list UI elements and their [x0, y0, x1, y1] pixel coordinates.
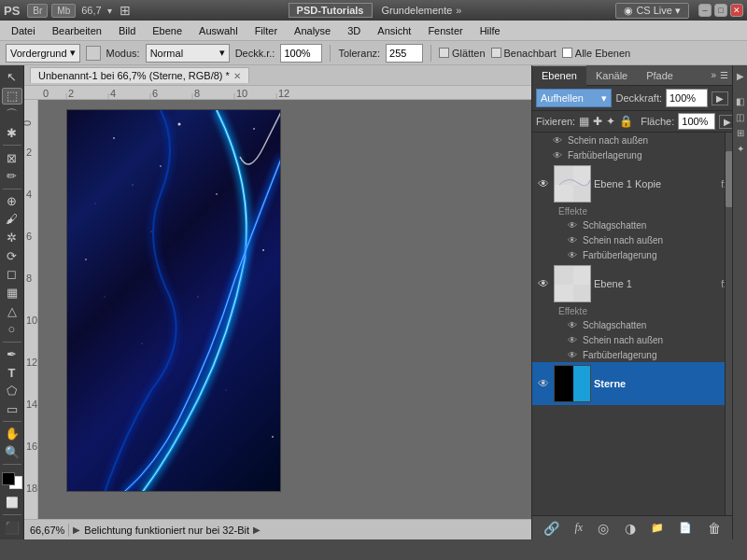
tool-eyedropper[interactable]: ✏ [2, 168, 22, 185]
bridge-btn[interactable]: Br [27, 4, 48, 18]
opacity-more-btn[interactable]: ▶ [712, 91, 728, 105]
blend-mode-dropdown[interactable]: Aufhellen ▾ [536, 89, 612, 107]
add-style-btn[interactable]: fx [571, 521, 586, 535]
panel-collapse-btn[interactable]: ▶ [734, 69, 747, 82]
effect-visibility-schlag-3[interactable]: 👁 [566, 318, 579, 331]
tool-marquee[interactable]: ⬚ [2, 88, 22, 105]
panel-icon-4[interactable]: ✦ [734, 142, 747, 155]
document-canvas[interactable] [66, 109, 281, 492]
tool-select[interactable]: ↖ [2, 69, 22, 86]
modus-dropdown[interactable]: Normal ▾ [146, 44, 230, 63]
new-group-btn[interactable]: 📁 [647, 522, 668, 534]
layer-visibility-sterne[interactable]: 👁 [536, 376, 551, 391]
menu-analyse[interactable]: Analyse [287, 23, 338, 38]
foreground-background-colors[interactable] [2, 472, 22, 489]
zoom-arrow[interactable]: ▾ [107, 6, 112, 16]
tool-pen[interactable]: ✒ [2, 346, 22, 363]
tool-quick-select[interactable]: ✱ [2, 125, 22, 142]
panel-icon-3[interactable]: ⊞ [734, 126, 747, 139]
status-expand-btn[interactable]: ▶ [73, 525, 80, 535]
panel-more-btn[interactable]: » [711, 70, 716, 80]
fix-paint-btn[interactable]: ✚ [593, 115, 602, 128]
fix-all-btn[interactable]: 🔒 [619, 115, 633, 128]
tool-brush[interactable]: 🖌 [2, 211, 22, 228]
delete-layer-btn[interactable]: 🗑 [704, 521, 725, 536]
cs-live-btn[interactable]: ◉ CS Live ▾ [615, 3, 689, 19]
menu-bild[interactable]: Bild [111, 23, 143, 38]
layer-visibility-ebene1[interactable]: 👁 [536, 276, 551, 291]
more-sections-btn[interactable]: » [456, 5, 461, 16]
effect-visibility-schein-3[interactable]: 👁 [566, 333, 579, 346]
effect-visibility-schlag-2[interactable]: 👁 [566, 218, 579, 231]
document-tab[interactable]: Unbenannt-1 bei 66,7% (Sterne, RGB/8) * … [30, 67, 249, 83]
effect-group-2[interactable]: Effekte [532, 205, 732, 217]
tool-clone[interactable]: ✲ [2, 230, 22, 246]
foreground-color[interactable] [2, 472, 15, 485]
maximize-btn[interactable]: □ [714, 4, 727, 17]
new-layer-btn[interactable]: 📄 [675, 522, 696, 534]
menu-filter[interactable]: Filter [247, 23, 285, 38]
glatten-checkbox[interactable] [439, 48, 449, 58]
tool-shape[interactable]: ▭ [2, 401, 22, 418]
effect-schlagschatten-2[interactable]: 👁 Schlagschatten [532, 217, 732, 232]
benachbart-option[interactable]: Benachbart [491, 48, 557, 59]
app-tab[interactable]: PSD-Tutorials [289, 3, 373, 18]
scrollbar-thumb[interactable] [726, 151, 732, 207]
menu-fenster[interactable]: Fenster [420, 23, 470, 38]
tool-text[interactable]: T [2, 364, 22, 381]
layers-scrollbar[interactable] [725, 133, 732, 515]
effect-schlagschatten-3[interactable]: 👁 Schlagschatten [532, 317, 732, 332]
menu-ansicht[interactable]: Ansicht [370, 23, 418, 38]
arrangement-icon[interactable]: ⊞ [120, 3, 131, 18]
mini-bridge-btn[interactable]: Mb [51, 4, 76, 18]
tab-pfade[interactable]: Pfade [637, 65, 683, 86]
layer-row-ebene1kopie[interactable]: 👁 Ebene 1 Kopie fx [532, 162, 732, 205]
tool-path[interactable]: ⬠ [2, 383, 22, 399]
tool-lasso[interactable]: ⌒ [2, 106, 22, 123]
effect-schein-3[interactable]: 👁 Schein nach außen [532, 332, 732, 347]
effect-visibility-farb-1[interactable]: 👁 [551, 148, 564, 161]
deckraft-input[interactable] [280, 44, 322, 63]
layer-visibility-ebene1kopie[interactable]: 👁 [536, 176, 551, 191]
alle-ebenen-checkbox[interactable] [562, 48, 572, 58]
panel-icon-1[interactable]: ◧ [734, 94, 747, 107]
tool-mask-mode[interactable]: ⬜ [2, 495, 22, 511]
glatten-option[interactable]: Glätten [439, 48, 485, 59]
tool-gradient[interactable]: ▦ [2, 285, 22, 301]
effect-farb-3[interactable]: 👁 Farbüberlagerung [532, 347, 732, 362]
fix-move-btn[interactable]: ✦ [606, 115, 615, 128]
panel-icon-2[interactable]: ◫ [734, 110, 747, 123]
menu-3d[interactable]: 3D [340, 23, 368, 38]
effect-schein-1[interactable]: 👁 Schein nach außen [532, 133, 732, 147]
tool-crop[interactable]: ⊠ [2, 149, 22, 166]
effect-visibility-schein-1[interactable]: 👁 [551, 133, 564, 147]
effect-visibility-schein-2[interactable]: 👁 [566, 233, 579, 246]
tool-screen-mode[interactable]: ⬛ [2, 519, 22, 536]
toleranz-input[interactable] [386, 44, 423, 63]
tool-hand[interactable]: ✋ [2, 426, 22, 442]
effect-schein-2[interactable]: 👁 Schein nach außen [532, 232, 732, 247]
menu-ebene[interactable]: Ebene [145, 23, 190, 38]
opacity-input[interactable] [666, 89, 708, 107]
canvas-container[interactable] [38, 100, 531, 519]
tool-dodge[interactable]: ○ [2, 321, 22, 338]
menu-auswahl[interactable]: Auswahl [191, 23, 246, 38]
menu-hilfe[interactable]: Hilfe [472, 23, 508, 38]
layer-row-ebene1[interactable]: 👁 Ebene 1 fx [532, 262, 732, 305]
layer-row-sterne[interactable]: 👁 Sterne [532, 362, 732, 405]
link-layers-btn[interactable]: 🔗 [540, 521, 563, 536]
tab-kanale[interactable]: Kanäle [586, 65, 637, 86]
tool-heal[interactable]: ⊕ [2, 192, 22, 209]
tab-ebenen[interactable]: Ebenen [532, 65, 586, 86]
flache-input[interactable] [678, 113, 715, 130]
effect-visibility-farb-2[interactable]: 👁 [566, 248, 579, 261]
vordergrund-dropdown[interactable]: Vordergrund ▾ [6, 44, 80, 63]
menu-datei[interactable]: Datei [4, 23, 43, 38]
benachbart-checkbox[interactable] [491, 48, 501, 58]
tool-zoom[interactable]: 🔍 [2, 444, 22, 461]
tool-blur[interactable]: △ [2, 302, 22, 319]
add-mask-btn[interactable]: ◎ [594, 521, 613, 536]
fix-transparent-btn[interactable]: ▦ [579, 115, 589, 128]
effect-visibility-farb-3[interactable]: 👁 [566, 348, 579, 361]
menu-bearbeiten[interactable]: Bearbeiten [45, 23, 109, 38]
